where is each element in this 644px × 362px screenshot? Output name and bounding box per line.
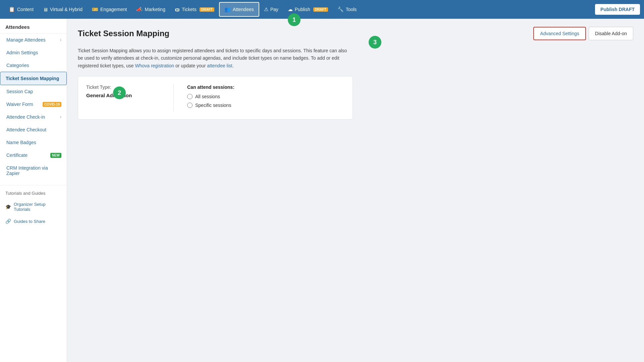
tutorials-section: Tutorials and Guides 🎓 Organizer Setup T… [0,185,67,227]
marketing-icon: 📣 [136,6,143,12]
radio-all-sessions[interactable]: All sessions [187,94,344,99]
share-icon: 🔗 [5,219,11,224]
step-badge-1: 1 [288,13,301,26]
sidebar-item-name-badges[interactable]: Name Badges [0,136,67,149]
publish-draft-label: Publish DRAFT [600,7,635,12]
sidebar-item-attendee-checkout[interactable]: Attendee Checkout [0,123,67,136]
tools-icon: 🔧 [337,6,344,12]
sidebar-link-organizer-setup[interactable]: 🎓 Organizer Setup Tutorials [0,198,67,215]
chevron-right-icon-2: › [60,115,61,119]
sidebar-item-manage-attendees[interactable]: Manage Attendees › [0,34,67,46]
specific-sessions-radio[interactable] [187,103,193,108]
header-buttons: Advanced Settings Disable Add-on [533,27,633,40]
sidebar-link-guides-to-share[interactable]: 🔗 Guides to Share [0,215,67,227]
sidebar-item-attendee-check-in[interactable]: Attendee Check-in › [0,111,67,123]
new-badge: NEW [50,153,61,158]
engagement-icon: 🎫 [92,6,98,12]
main-layout: Attendees Manage Attendees › Admin Setti… [0,19,644,362]
attendees-icon: 👥 [224,6,231,12]
sidebar-item-session-cap[interactable]: Session Cap [0,85,67,98]
ticket-card-inner: Ticket Type: General Admission Can atten… [86,84,344,111]
nav-tickets[interactable]: 🎟 Tickets DRAFT [170,0,219,19]
sidebar-item-certificate[interactable]: Certificate NEW [0,149,67,162]
page-title: Ticket Session Mapping [78,29,169,38]
nav-marketing[interactable]: 📣 Marketing [131,0,170,19]
mortarboard-icon: 🎓 [5,204,11,209]
can-attend-column: Can attend sessions: All sessions Specif… [187,84,344,111]
description-text: Ticket Session Mapping allows you to ass… [78,47,353,69]
covid-badge: COVID-19 [43,102,61,107]
sidebar-item-crm-integration[interactable]: CRM Integration via Zapier [0,162,67,180]
nav-tools[interactable]: 🔧 Tools [333,0,362,19]
sidebar-header: Attendees [0,19,67,34]
tickets-badge: DRAFT [200,7,214,12]
disable-addon-button[interactable]: Disable Add-on [589,27,633,40]
sidebar: Attendees Manage Attendees › Admin Setti… [0,19,67,362]
all-sessions-label: All sessions [195,94,220,99]
step-badge-2: 2 [113,86,126,99]
radio-specific-sessions[interactable]: Specific sessions [187,103,344,108]
sidebar-item-waiver-form[interactable]: Waiver Form COVID-19 [0,98,67,111]
pay-icon: ⚠ [264,6,268,12]
advanced-settings-button[interactable]: Advanced Settings [533,27,586,40]
nav-pay[interactable]: ⚠ Pay [259,0,283,19]
nav-virtual-hybrid[interactable]: 🖥 Virtual & Hybrid [38,0,87,19]
specific-sessions-label: Specific sessions [195,103,231,108]
step-badge-3: 3 [369,36,381,49]
vertical-divider [173,84,174,111]
main-content: Ticket Session Mapping Advanced Settings… [67,19,644,362]
publish-icon: ☁ [288,6,293,12]
nav-attendees[interactable]: 👥 Attendees [219,2,259,17]
content-icon: 📋 [9,6,15,12]
can-attend-label: Can attend sessions: [187,84,344,90]
attendee-list-link[interactable]: attendee list [207,63,232,68]
tutorials-section-header: Tutorials and Guides [0,188,67,198]
sidebar-item-categories[interactable]: Categories [0,59,67,72]
virtual-icon: 🖥 [43,7,48,12]
publish-badge: DRAFT [313,7,328,12]
nav-content[interactable]: 📋 Content [4,0,38,19]
sidebar-item-ticket-session-mapping[interactable]: Ticket Session Mapping [0,72,67,85]
chevron-right-icon: › [60,38,61,42]
whova-registration-link[interactable]: Whova registration [135,63,174,68]
top-navigation: 📋 Content 🖥 Virtual & Hybrid 🎫 Engagemen… [0,0,644,19]
nav-engagement[interactable]: 🎫 Engagement [87,0,131,19]
sidebar-item-admin-settings[interactable]: Admin Settings [0,46,67,59]
publish-draft-button[interactable]: Publish DRAFT [595,4,640,15]
tickets-icon: 🎟 [175,7,180,12]
page-header: Ticket Session Mapping Advanced Settings… [78,27,633,40]
all-sessions-radio[interactable] [187,94,193,99]
